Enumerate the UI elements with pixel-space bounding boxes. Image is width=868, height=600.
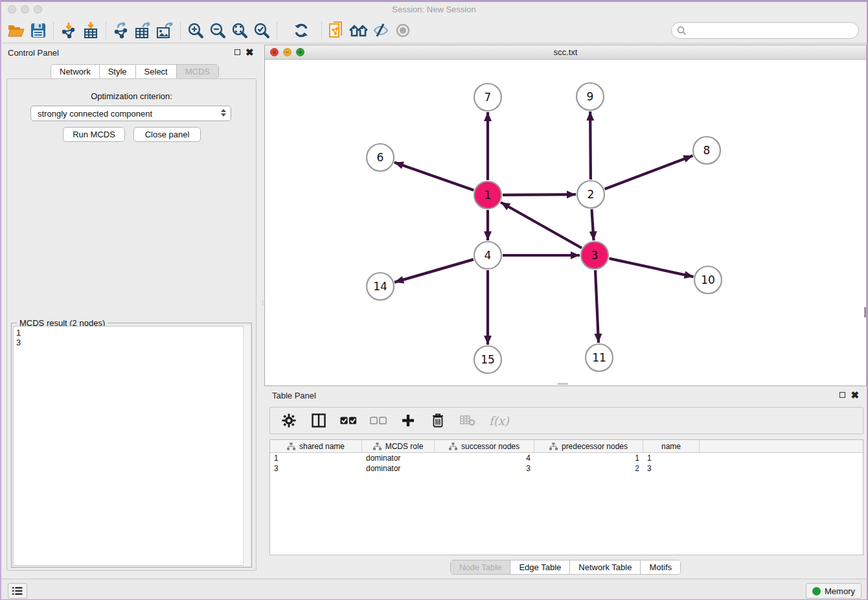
open-file-icon[interactable]: [5, 21, 27, 40]
import-network-icon[interactable]: [58, 21, 80, 40]
show-graphics-details-icon[interactable]: [392, 21, 414, 40]
table-row[interactable]: 3 dominator 3 2 3: [270, 463, 863, 474]
graph-edge-3-1[interactable]: [501, 202, 582, 248]
close-panel-button[interactable]: Close panel: [133, 127, 201, 142]
cell-successor-nodes[interactable]: 3: [435, 463, 534, 474]
network-window-titlebar[interactable]: × − + scc.txt: [265, 45, 866, 60]
column-header-mcds-role[interactable]: MCDS role: [362, 440, 435, 452]
graph-edge-3-11[interactable]: [595, 270, 599, 343]
cell-predecessor-nodes[interactable]: 1: [534, 453, 643, 463]
zoom-in-icon[interactable]: [185, 21, 207, 40]
graph-node-label-10: 10: [701, 273, 715, 286]
result-scrollbar[interactable]: [243, 326, 250, 566]
unselect-all-icon[interactable]: [370, 412, 387, 429]
table-panel-title: Table Panel: [272, 391, 316, 400]
optimization-criterion-select[interactable]: strongly connected component: [30, 106, 231, 121]
zoom-fit-icon[interactable]: [229, 21, 251, 40]
table-panel-close-icon[interactable]: ✖: [851, 392, 859, 398]
delete-table-icon-disabled: [459, 412, 476, 429]
create-column-plus-icon[interactable]: [400, 412, 417, 429]
memory-button[interactable]: Memory: [806, 583, 862, 599]
optimization-criterion-label: Optimization criterion:: [7, 91, 256, 101]
cell-successor-nodes[interactable]: 4: [435, 453, 534, 463]
table-panel-tabs: Node Table Edge Table Network Table Moti…: [264, 560, 867, 575]
delete-column-trash-icon[interactable]: [429, 412, 446, 429]
run-mcds-button[interactable]: Run MCDS: [63, 127, 125, 142]
canvas-horizontal-scroll-thumb[interactable]: [558, 383, 568, 385]
control-panel-tabs: Network Style Select MCDS: [51, 64, 219, 79]
graph-node-label-2: 2: [588, 188, 595, 201]
clone-network-icon[interactable]: [326, 21, 348, 40]
refresh-icon[interactable]: [290, 21, 312, 40]
cell-mcds-role[interactable]: dominator: [362, 453, 435, 463]
table-settings-gear-icon[interactable]: [280, 412, 297, 429]
column-header-shared-name[interactable]: shared name: [270, 440, 362, 452]
cell-name[interactable]: 1: [643, 453, 700, 463]
graph-edge-1-6[interactable]: [394, 163, 474, 190]
tab-edge-table[interactable]: Edge Table: [510, 560, 570, 574]
tab-select[interactable]: Select: [136, 65, 177, 78]
tab-motifs[interactable]: Motifs: [641, 560, 680, 574]
table-row[interactable]: 1 dominator 4 1 1: [270, 453, 863, 463]
function-builder-icon-disabled: f(x): [489, 412, 509, 429]
search-input[interactable]: [687, 24, 858, 37]
cell-predecessor-nodes[interactable]: 2: [534, 463, 643, 474]
column-type-icon: [449, 443, 457, 450]
node-table-header: shared name MCDS role successor nodes pr…: [270, 440, 863, 453]
control-panel-float-icon[interactable]: [234, 49, 240, 55]
graph-edge-2-3[interactable]: [591, 209, 593, 240]
save-session-icon[interactable]: [27, 21, 49, 40]
tab-node-table[interactable]: Node Table: [451, 560, 511, 574]
column-label: name: [661, 442, 681, 451]
zoom-selected-icon[interactable]: [251, 21, 273, 40]
hide-graphics-details-icon[interactable]: [370, 21, 392, 40]
tab-network-table[interactable]: Network Table: [570, 560, 641, 574]
network-canvas[interactable]: 7968124314101511: [265, 60, 866, 386]
search-box[interactable]: [671, 22, 859, 39]
cell-shared-name[interactable]: 3: [270, 463, 362, 474]
zoom-out-icon[interactable]: [207, 21, 229, 40]
network-view-window: × − + scc.txt 7968124314101511: [264, 45, 867, 386]
table-panel-float-icon[interactable]: [839, 392, 845, 398]
export-table-icon[interactable]: [132, 21, 154, 40]
graph-edge-1-2[interactable]: [503, 194, 576, 195]
graph-node-label-6: 6: [377, 151, 384, 164]
select-all-icon[interactable]: [340, 412, 357, 429]
column-header-name[interactable]: name: [643, 440, 700, 452]
graph-node-label-15: 15: [481, 353, 495, 366]
tab-network[interactable]: Network: [51, 65, 100, 78]
graph-edge-2-9[interactable]: [590, 111, 591, 179]
export-image-icon[interactable]: [154, 21, 176, 40]
column-type-icon: [549, 443, 558, 450]
cell-shared-name[interactable]: 1: [270, 453, 362, 463]
mcds-result-text[interactable]: 1 3: [13, 326, 250, 566]
tab-mcds[interactable]: MCDS: [177, 65, 218, 78]
graph-edge-3-10[interactable]: [609, 259, 693, 277]
tab-style[interactable]: Style: [100, 65, 136, 78]
window-title: Session: New Session: [1, 5, 867, 14]
import-table-icon[interactable]: [80, 21, 102, 40]
toolbar-separator: [53, 22, 54, 39]
show-column-panel-icon[interactable]: [310, 412, 327, 429]
graph-node-label-7: 7: [485, 91, 492, 104]
task-history-button[interactable]: [8, 583, 27, 599]
graph-edge-4-14[interactable]: [394, 259, 474, 282]
cell-mcds-role[interactable]: dominator: [362, 463, 435, 474]
panel-splitter[interactable]: ⋮: [260, 301, 262, 317]
task-list-icon: [12, 586, 23, 595]
column-type-icon: [373, 443, 382, 450]
column-label: successor nodes: [461, 442, 520, 451]
control-panel-close-icon[interactable]: ✖: [246, 49, 254, 55]
column-header-successor-nodes[interactable]: successor nodes: [435, 440, 534, 452]
canvas-vertical-scroll-thumb[interactable]: [864, 307, 866, 317]
cell-name[interactable]: 3: [643, 463, 700, 474]
graph-node-label-9: 9: [587, 90, 594, 103]
home-icon[interactable]: [348, 21, 370, 40]
graph-edge-2-8[interactable]: [605, 156, 693, 189]
toolbar-separator: [180, 22, 181, 39]
export-network-icon[interactable]: [110, 21, 132, 40]
main-toolbar: [1, 17, 867, 43]
window-titlebar: Session: New Session: [1, 2, 867, 17]
column-label: shared name: [299, 442, 345, 451]
column-header-predecessor-nodes[interactable]: predecessor nodes: [534, 440, 643, 452]
